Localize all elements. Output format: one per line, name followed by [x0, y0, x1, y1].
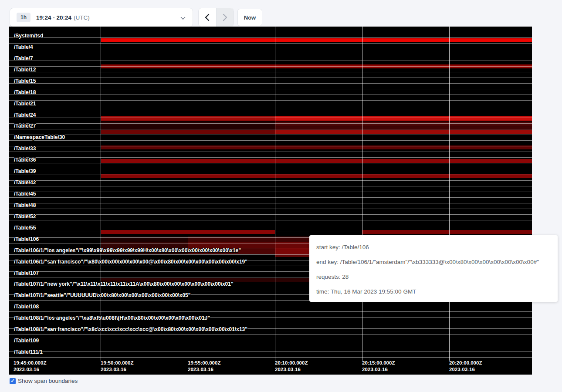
tooltip-start-key: start key: /Table/106	[316, 240, 551, 255]
axis-tick-label: 19:55:00.000Z2023-03-16	[188, 360, 220, 373]
show-span-boundaries-label: Show span boundaries	[18, 378, 78, 384]
heat-band[interactable]	[101, 38, 532, 42]
row-label: /Table/52	[14, 213, 36, 220]
heat-band[interactable]	[275, 130, 532, 134]
row-label: /Table/39	[14, 168, 36, 174]
row-label: /Table/33	[14, 145, 36, 152]
row-label: /Table/7	[14, 55, 33, 61]
chevron-left-icon	[205, 14, 210, 21]
time-range-duration-badge: 1h	[17, 13, 30, 22]
prev-interval-button[interactable]	[199, 8, 217, 27]
tooltip-end-key: end key: /Table/106/1/"amsterdam"/"\xb33…	[316, 255, 551, 270]
row-label: /Table/45	[14, 191, 36, 197]
row-label: /Table/36	[14, 157, 36, 163]
row-label: /Table/42	[14, 179, 36, 186]
axis-tick-label: 20:20:00.000Z2023-03-16	[449, 360, 482, 373]
row-label: /Table/108	[14, 304, 39, 310]
span-boundary-lines	[9, 27, 532, 358]
axis-tick-label: 19:50:00.000Z2023-03-16	[101, 360, 133, 373]
row-label: /Table/24	[14, 112, 36, 118]
toolbar: 1h 19:24 - 20:24 (UTC) Now	[0, 0, 562, 27]
key-visualizer-canvas[interactable]: /System/tsd/Table/4/Table/7/Table/12/Tab…	[9, 27, 532, 375]
time-range-timezone: (UTC)	[74, 14, 90, 21]
row-label: /System/tsd	[14, 33, 43, 39]
show-span-boundaries-checkbox[interactable]: ✓	[10, 378, 16, 384]
heat-band[interactable]	[101, 64, 532, 68]
time-range-select[interactable]: 1h 19:24 - 20:24 (UTC)	[10, 8, 193, 27]
row-label: /Table/107	[14, 270, 39, 276]
heat-band[interactable]	[101, 145, 532, 149]
tooltip-requests: requests: 28	[316, 270, 551, 284]
row-label: /Table/109	[14, 338, 39, 344]
time-gridline	[188, 27, 188, 361]
time-gridline	[101, 27, 101, 361]
row-label: /Table/15	[14, 78, 36, 84]
heat-band[interactable]	[275, 126, 532, 130]
tooltip-time: time: Thu, 16 Mar 2023 19:55:00 GMT	[316, 284, 551, 299]
row-label: /Table/4	[14, 44, 33, 50]
row-label: /Table/107/1/"seattle"/"UUUUUUD\x00\x80\…	[14, 292, 190, 298]
chevron-down-icon	[180, 16, 186, 20]
row-label: /Table/48	[14, 202, 36, 208]
row-label: /Table/106	[14, 236, 39, 242]
bucket-tooltip: start key: /Table/106 end key: /Table/10…	[309, 235, 558, 302]
row-label: /Table/21	[14, 101, 36, 107]
row-label: /Table/18	[14, 89, 36, 95]
row-label: /Table/106/1/"los angeles"/"\x99\x99\x99…	[14, 247, 241, 253]
row-label: /Table/108/1/"los angeles"/"\xa8\xf5\u00…	[14, 315, 210, 321]
time-range-value: 19:24 - 20:24	[36, 14, 71, 21]
footer: ✓ Show span boundaries	[10, 378, 78, 384]
row-label: /Table/55	[14, 225, 36, 231]
time-gridline	[449, 27, 450, 361]
row-label: /Table/108/1/"san francisco"/"\x8c\xcc\x…	[14, 326, 247, 332]
row-label: /Table/107/1/"new york"/"\x11\x11\x11\x1…	[14, 281, 234, 287]
row-label: /Table/111/1	[14, 349, 43, 355]
row-label: /Table/12	[14, 67, 36, 73]
time-gridline	[275, 27, 275, 361]
time-gridline	[362, 27, 362, 361]
heat-band[interactable]	[362, 230, 532, 234]
heat-band[interactable]	[101, 237, 188, 242]
heat-band[interactable]	[101, 174, 532, 178]
axis-tick-label: 20:15:00.000Z2023-03-16	[362, 360, 395, 373]
row-label: /NamespaceTable/30	[14, 134, 65, 140]
next-interval-button[interactable]	[217, 8, 234, 27]
heat-band[interactable]	[275, 122, 532, 126]
row-label: /Table/106/1/"san francisco"/"\x80\x00\x…	[14, 259, 247, 265]
row-label: /Table/27	[14, 123, 36, 129]
axis-tick-label: 19:45:00.000Z2023-03-16	[14, 360, 46, 373]
heat-band[interactable]	[101, 159, 532, 163]
axis-tick-label: 20:10:00.000Z2023-03-16	[275, 360, 308, 373]
chevron-right-icon	[223, 14, 227, 21]
heat-band[interactable]	[275, 116, 532, 121]
now-button[interactable]: Now	[237, 9, 262, 26]
time-nav-group	[198, 8, 234, 27]
